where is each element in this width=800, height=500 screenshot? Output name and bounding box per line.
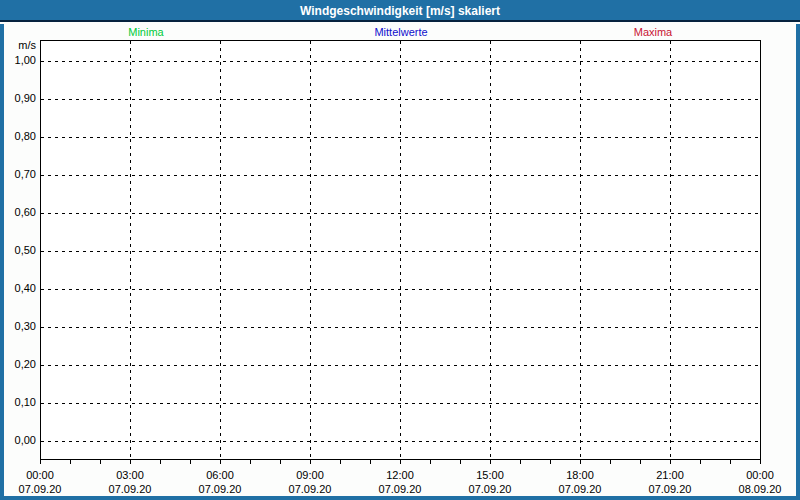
x-date-label: 07.09.20: [100, 483, 160, 496]
y-tick-label: 0,30: [0, 320, 36, 333]
y-tick-label: 0,80: [0, 130, 36, 143]
axis-labels-layer: 1,000,900,800,700,600,500,400,300,200,10…: [0, 0, 800, 500]
x-time-label: 15:00: [460, 469, 520, 482]
x-time-label: 09:00: [280, 469, 340, 482]
y-tick-label: 0,00: [0, 434, 36, 447]
x-time-label: 00:00: [10, 469, 70, 482]
x-date-label: 07.09.20: [190, 483, 250, 496]
x-time-label: 06:00: [190, 469, 250, 482]
chart-window: Windgeschwindigkeit [m/s] skaliert Minim…: [0, 0, 800, 500]
x-date-label: 07.09.20: [640, 483, 700, 496]
y-tick-label: 0,70: [0, 168, 36, 181]
x-date-label: 07.09.20: [370, 483, 430, 496]
y-tick-label: 1,00: [0, 54, 36, 67]
y-tick-label: 0,20: [0, 358, 36, 371]
x-date-label: 07.09.20: [550, 483, 610, 496]
y-tick-label: 0,40: [0, 282, 36, 295]
y-tick-label: 0,90: [0, 92, 36, 105]
y-tick-label: 0,50: [0, 244, 36, 257]
x-date-label: 07.09.20: [280, 483, 340, 496]
x-time-label: 00:00: [730, 469, 790, 482]
x-time-label: 21:00: [640, 469, 700, 482]
x-date-label: 07.09.20: [460, 483, 520, 496]
y-tick-label: 0,60: [0, 206, 36, 219]
x-time-label: 12:00: [370, 469, 430, 482]
x-time-label: 18:00: [550, 469, 610, 482]
y-tick-label: 0,10: [0, 396, 36, 409]
x-date-label: 07.09.20: [10, 483, 70, 496]
x-date-label: 08.09.20: [730, 483, 790, 496]
x-time-label: 03:00: [100, 469, 160, 482]
y-axis-unit-label: m/s: [0, 39, 36, 52]
